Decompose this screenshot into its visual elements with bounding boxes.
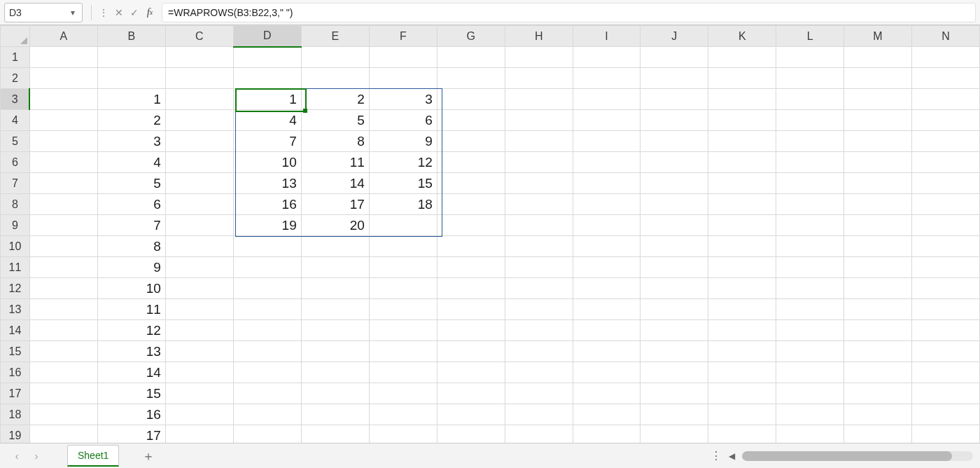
cell[interactable] [437, 215, 505, 236]
cell[interactable] [301, 236, 369, 257]
cell[interactable]: 16 [233, 194, 301, 215]
row-header[interactable]: 1 [1, 47, 30, 68]
cell[interactable] [708, 278, 776, 299]
scrollbar-thumb[interactable] [742, 451, 952, 461]
cell[interactable] [844, 278, 912, 299]
cell[interactable]: 14 [97, 362, 165, 383]
cell[interactable]: 13 [97, 341, 165, 362]
cell[interactable] [301, 404, 369, 425]
cell[interactable] [505, 404, 573, 425]
cell[interactable]: 11 [301, 152, 369, 173]
column-header[interactable]: F [369, 26, 437, 47]
cell[interactable] [505, 362, 573, 383]
cell[interactable] [640, 257, 708, 278]
cell[interactable]: 2 [301, 89, 369, 110]
cell[interactable] [233, 404, 301, 425]
cell[interactable] [640, 47, 708, 68]
cell[interactable] [369, 425, 437, 443]
chevron-down-icon[interactable]: ▾ [68, 8, 78, 18]
column-header[interactable]: M [844, 26, 912, 47]
cell[interactable]: 9 [369, 131, 437, 152]
row-header[interactable]: 3 [1, 89, 30, 110]
column-header[interactable]: L [776, 26, 844, 47]
row-header[interactable]: 7 [1, 173, 30, 194]
cell[interactable] [708, 236, 776, 257]
cell[interactable] [844, 404, 912, 425]
cell[interactable]: 4 [97, 152, 165, 173]
cell[interactable] [369, 383, 437, 404]
cell[interactable] [640, 131, 708, 152]
cell[interactable] [29, 110, 97, 131]
cell[interactable]: 5 [301, 110, 369, 131]
cell[interactable] [708, 215, 776, 236]
cell[interactable] [844, 68, 912, 89]
cell[interactable] [708, 131, 776, 152]
cell[interactable] [505, 320, 573, 341]
cell[interactable] [776, 131, 844, 152]
cell[interactable] [911, 89, 979, 110]
cell[interactable] [437, 404, 505, 425]
cell[interactable] [369, 320, 437, 341]
cell[interactable]: 17 [97, 425, 165, 443]
cell[interactable] [844, 362, 912, 383]
cell[interactable] [29, 341, 97, 362]
cell[interactable] [573, 299, 640, 320]
cell[interactable] [437, 257, 505, 278]
cell[interactable] [437, 47, 505, 68]
cell[interactable] [165, 236, 233, 257]
cell[interactable] [844, 383, 912, 404]
spreadsheet-grid[interactable]: ABCDEFGHIJKLMN12311234245653789641011127… [0, 25, 980, 443]
cell[interactable]: 2 [97, 110, 165, 131]
cell[interactable] [844, 173, 912, 194]
cell[interactable]: 12 [97, 320, 165, 341]
row-header[interactable]: 4 [1, 110, 30, 131]
cancel-icon[interactable]: ✕ [112, 6, 126, 20]
cell[interactable] [165, 404, 233, 425]
cell[interactable] [640, 341, 708, 362]
row-header[interactable]: 18 [1, 404, 30, 425]
cell[interactable] [165, 89, 233, 110]
cell[interactable] [911, 383, 979, 404]
cell[interactable] [911, 278, 979, 299]
cell[interactable] [437, 89, 505, 110]
cell[interactable] [165, 362, 233, 383]
column-header[interactable]: H [505, 26, 573, 47]
cell[interactable]: 1 [233, 89, 301, 110]
cell[interactable] [505, 383, 573, 404]
cell[interactable] [640, 215, 708, 236]
cell[interactable] [29, 425, 97, 443]
row-header[interactable]: 8 [1, 194, 30, 215]
cell[interactable] [911, 362, 979, 383]
cell[interactable]: 12 [369, 152, 437, 173]
cell[interactable] [776, 383, 844, 404]
cell[interactable] [437, 278, 505, 299]
cell[interactable] [776, 68, 844, 89]
cell[interactable]: 16 [97, 404, 165, 425]
cell[interactable] [165, 173, 233, 194]
cell[interactable] [505, 194, 573, 215]
cell[interactable] [233, 320, 301, 341]
cell[interactable] [776, 257, 844, 278]
cell[interactable] [369, 257, 437, 278]
cell[interactable] [165, 110, 233, 131]
cell[interactable] [844, 236, 912, 257]
cell[interactable] [505, 110, 573, 131]
cell[interactable] [505, 278, 573, 299]
cell[interactable] [165, 68, 233, 89]
cell[interactable] [301, 68, 369, 89]
cell[interactable]: 8 [301, 131, 369, 152]
cell[interactable] [573, 341, 640, 362]
cell[interactable] [844, 425, 912, 443]
cell[interactable] [301, 425, 369, 443]
row-header[interactable]: 10 [1, 236, 30, 257]
cell[interactable] [640, 194, 708, 215]
cell[interactable]: 4 [233, 110, 301, 131]
column-header[interactable]: E [301, 26, 369, 47]
cell[interactable] [505, 257, 573, 278]
row-header[interactable]: 9 [1, 215, 30, 236]
cell[interactable] [573, 89, 640, 110]
tab-prev-icon[interactable]: ‹ [7, 446, 27, 466]
cell[interactable] [29, 131, 97, 152]
cell[interactable] [911, 236, 979, 257]
cell[interactable] [437, 383, 505, 404]
